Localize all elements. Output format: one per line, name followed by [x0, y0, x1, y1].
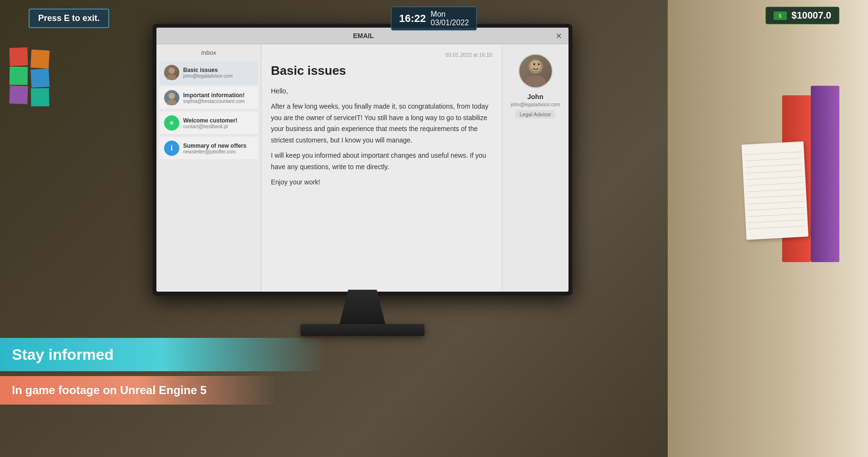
email-item-from-basic: john@legaladvisor.com: [183, 73, 233, 79]
clock-date-day: Mon: [431, 10, 469, 19]
email-item-summary[interactable]: i Summary of new offers newsletter@jobof…: [159, 137, 258, 160]
email-item-text-basic: Basic issues john@legaladvisor.com: [183, 67, 233, 79]
svg-point-8: [537, 63, 539, 65]
sticky-note-purple: [9, 85, 28, 104]
svg-point-2: [168, 93, 175, 99]
email-body-text: Hello, After a few long weeks, you final…: [271, 86, 492, 188]
monitor-stand-base: [300, 324, 424, 336]
email-item-from-welcome: contact@bestbank.pl: [183, 124, 238, 129]
sticky-note-orange: [31, 50, 50, 69]
email-item-text-important: Important information! sophia@bestaccoun…: [183, 92, 245, 104]
sticky-note-teal: [31, 88, 50, 107]
email-item-welcome[interactable]: B Welcome customer! contact@bestbank.pl: [159, 112, 258, 135]
clock-date-full: 03/01/2022: [431, 19, 469, 27]
avatar-info: i: [164, 141, 179, 156]
email-item-title-welcome: Welcome customer!: [183, 117, 238, 124]
avatar-sophia: [164, 90, 179, 105]
banner-stay-informed-text: Stay informed: [12, 346, 114, 364]
email-titlebar: EMAIL ✕: [156, 28, 568, 44]
money-amount: $10007.0: [792, 10, 831, 21]
email-item-from-summary: newsletter@joboffer.com: [183, 149, 247, 154]
banner-stay-informed: Stay informed: [0, 338, 324, 371]
email-body-p1: After a few long weeks, you finally made…: [271, 101, 492, 146]
email-greeting: Hello,: [271, 86, 492, 97]
email-item-title-summary: Summary of new offers: [183, 142, 247, 149]
sticky-note-green: [10, 67, 28, 85]
svg-point-7: [533, 63, 535, 65]
sender-avatar: [518, 54, 553, 88]
monitor-stand-neck: [339, 290, 386, 328]
svg-point-1: [167, 74, 177, 80]
right-area: [668, 0, 868, 457]
email-item-text-summary: Summary of new offers newsletter@joboffe…: [183, 142, 247, 154]
press-e-text: Press E to exit.: [38, 13, 100, 23]
svg-point-5: [525, 75, 546, 87]
avatar-john: [164, 65, 179, 80]
email-item-from-important: sophia@bestaccountant.com: [183, 99, 245, 104]
sender-role: Legal Advisor: [516, 110, 555, 119]
email-main-content: 03.01.2022 at 16.10 Basic issues Hello, …: [261, 44, 502, 292]
email-sender-panel: John john@legaladvisor.com Legal Advisor: [502, 44, 568, 292]
email-received-date: 03.01.2022 at 16.10: [271, 52, 492, 58]
sticky-note-blue: [31, 69, 50, 88]
clock-time: 16:22: [399, 12, 426, 25]
svg-point-3: [167, 100, 177, 105]
email-item-title-important: Important information!: [183, 92, 245, 99]
sender-name: John: [527, 93, 543, 101]
inbox-label: Inbox: [156, 47, 261, 60]
email-body-p2: I will keep you informed about important…: [271, 150, 492, 173]
email-body-p3: Enjoy your work!: [271, 177, 492, 188]
email-item-important[interactable]: Important information! sophia@bestaccoun…: [159, 86, 258, 110]
avatar-bank: B: [164, 115, 179, 131]
email-subject: Basic issues: [271, 63, 492, 78]
hud-clock: 16:22 Mon 03/01/2022: [391, 7, 477, 30]
email-item-basic-issues[interactable]: Basic issues john@legaladvisor.com: [159, 61, 258, 84]
monitor: EMAIL ✕ Inbox: [153, 24, 572, 357]
svg-point-0: [168, 68, 175, 74]
email-body: Inbox Basic issues john@: [156, 44, 568, 292]
monitor-frame: EMAIL ✕ Inbox: [153, 24, 572, 295]
email-item-title-basic: Basic issues: [183, 67, 233, 73]
email-app-title: EMAIL: [174, 32, 553, 40]
monitor-screen: EMAIL ✕ Inbox: [156, 28, 568, 292]
email-app: EMAIL ✕ Inbox: [156, 28, 568, 292]
email-sidebar: Inbox Basic issues john@: [156, 44, 261, 292]
banner-unreal-engine: In game footage on Unreal Engine 5: [0, 376, 277, 405]
banner-unreal-text: In game footage on Unreal Engine 5: [12, 384, 207, 397]
money-icon: $: [774, 11, 787, 20]
hud-money: $ $10007.0: [765, 7, 839, 24]
paper-lines: [744, 146, 806, 235]
press-e-hint[interactable]: Press E to exit.: [29, 9, 109, 28]
sticky-note-red: [9, 47, 28, 66]
binder-purple: [811, 86, 839, 262]
email-close-button[interactable]: ✕: [553, 30, 564, 41]
sender-email: john@legaladvisor.com: [511, 102, 560, 107]
clock-date: Mon 03/01/2022: [431, 10, 469, 27]
wall-area: [0, 38, 95, 229]
email-item-text-welcome: Welcome customer! contact@bestbank.pl: [183, 117, 238, 129]
